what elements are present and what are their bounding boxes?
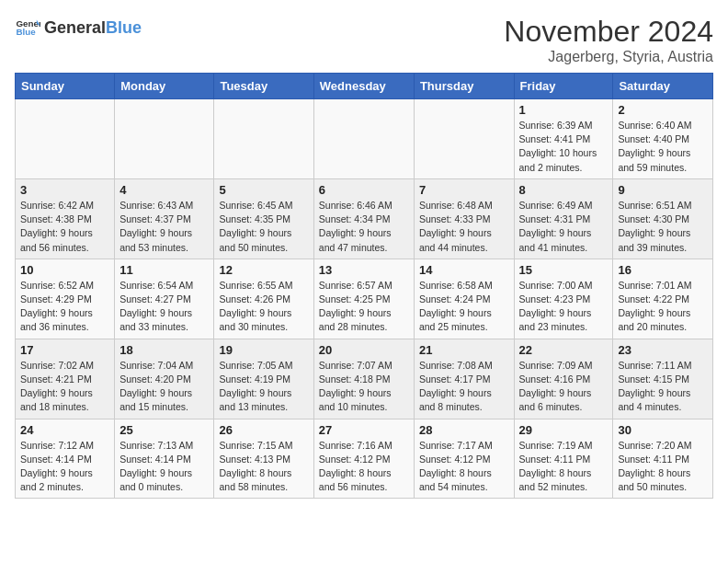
table-row: 15Sunrise: 7:00 AM Sunset: 4:23 PM Dayli…: [514, 259, 613, 339]
day-number: 25: [119, 423, 209, 437]
day-number: 12: [219, 263, 308, 277]
table-row: 17Sunrise: 7:02 AM Sunset: 4:21 PM Dayli…: [16, 339, 115, 419]
day-number: 27: [319, 423, 409, 437]
day-number: 22: [519, 343, 609, 357]
day-number: 10: [20, 263, 109, 277]
day-number: 2: [618, 103, 708, 117]
day-info: Sunrise: 7:19 AM Sunset: 4:11 PM Dayligh…: [519, 439, 609, 495]
table-row: [16, 99, 115, 179]
table-row: 18Sunrise: 7:04 AM Sunset: 4:20 PM Dayli…: [115, 339, 214, 419]
day-info: Sunrise: 6:46 AM Sunset: 4:34 PM Dayligh…: [319, 199, 409, 255]
day-number: 23: [618, 343, 708, 357]
day-number: 9: [618, 183, 708, 197]
table-row: 24Sunrise: 7:12 AM Sunset: 4:14 PM Dayli…: [16, 419, 115, 499]
table-row: 3Sunrise: 6:42 AM Sunset: 4:38 PM Daylig…: [16, 178, 115, 259]
table-row: 8Sunrise: 6:49 AM Sunset: 4:31 PM Daylig…: [514, 178, 613, 259]
header-saturday: Saturday: [613, 74, 713, 99]
day-info: Sunrise: 6:57 AM Sunset: 4:25 PM Dayligh…: [319, 279, 409, 335]
header-tuesday: Tuesday: [214, 74, 313, 99]
logo-blue: Blue: [106, 18, 142, 37]
day-info: Sunrise: 6:48 AM Sunset: 4:33 PM Dayligh…: [419, 199, 509, 255]
header-area: General Blue GeneralBlue November 2024 J…: [15, 15, 713, 65]
calendar-week-row: 17Sunrise: 7:02 AM Sunset: 4:21 PM Dayli…: [16, 339, 713, 419]
day-info: Sunrise: 7:12 AM Sunset: 4:14 PM Dayligh…: [20, 439, 109, 495]
day-number: 5: [219, 183, 308, 197]
calendar-week-row: 1Sunrise: 6:39 AM Sunset: 4:41 PM Daylig…: [16, 99, 713, 179]
logo: General Blue GeneralBlue: [15, 15, 142, 40]
table-row: 19Sunrise: 7:05 AM Sunset: 4:19 PM Dayli…: [214, 339, 313, 419]
day-info: Sunrise: 6:49 AM Sunset: 4:31 PM Dayligh…: [519, 199, 609, 255]
day-number: 19: [219, 343, 308, 357]
table-row: [115, 99, 214, 179]
day-info: Sunrise: 6:58 AM Sunset: 4:24 PM Dayligh…: [419, 279, 509, 335]
day-info: Sunrise: 6:42 AM Sunset: 4:38 PM Dayligh…: [20, 199, 109, 255]
day-number: 21: [419, 343, 509, 357]
day-number: 29: [519, 423, 609, 437]
table-row: 1Sunrise: 6:39 AM Sunset: 4:41 PM Daylig…: [514, 99, 613, 179]
header-wednesday: Wednesday: [313, 74, 414, 99]
day-number: 14: [419, 263, 509, 277]
day-info: Sunrise: 6:45 AM Sunset: 4:35 PM Dayligh…: [219, 199, 308, 255]
month-title: November 2024: [504, 15, 713, 49]
table-row: [414, 99, 514, 179]
table-row: 5Sunrise: 6:45 AM Sunset: 4:35 PM Daylig…: [214, 178, 313, 259]
day-info: Sunrise: 7:00 AM Sunset: 4:23 PM Dayligh…: [519, 279, 609, 335]
table-row: 4Sunrise: 6:43 AM Sunset: 4:37 PM Daylig…: [115, 178, 214, 259]
day-info: Sunrise: 7:05 AM Sunset: 4:19 PM Dayligh…: [219, 359, 308, 415]
day-number: 30: [618, 423, 708, 437]
header-sunday: Sunday: [16, 74, 115, 99]
day-info: Sunrise: 7:17 AM Sunset: 4:12 PM Dayligh…: [419, 439, 509, 495]
day-info: Sunrise: 6:55 AM Sunset: 4:26 PM Dayligh…: [219, 279, 308, 335]
day-number: 28: [419, 423, 509, 437]
table-row: 10Sunrise: 6:52 AM Sunset: 4:29 PM Dayli…: [16, 259, 115, 339]
day-number: 3: [20, 183, 109, 197]
day-info: Sunrise: 7:08 AM Sunset: 4:17 PM Dayligh…: [419, 359, 509, 415]
table-row: [313, 99, 414, 179]
table-row: [214, 99, 313, 179]
table-row: 30Sunrise: 7:20 AM Sunset: 4:11 PM Dayli…: [613, 419, 713, 499]
table-row: 25Sunrise: 7:13 AM Sunset: 4:14 PM Dayli…: [115, 419, 214, 499]
day-number: 7: [419, 183, 509, 197]
table-row: 16Sunrise: 7:01 AM Sunset: 4:22 PM Dayli…: [613, 259, 713, 339]
logo-general: General: [44, 18, 106, 37]
table-row: 6Sunrise: 6:46 AM Sunset: 4:34 PM Daylig…: [313, 178, 414, 259]
day-number: 16: [618, 263, 708, 277]
day-info: Sunrise: 7:13 AM Sunset: 4:14 PM Dayligh…: [119, 439, 209, 495]
day-info: Sunrise: 7:15 AM Sunset: 4:13 PM Dayligh…: [219, 439, 308, 495]
calendar-table: Sunday Monday Tuesday Wednesday Thursday…: [15, 73, 713, 499]
svg-text:Blue: Blue: [16, 27, 36, 37]
day-number: 13: [319, 263, 409, 277]
table-row: 7Sunrise: 6:48 AM Sunset: 4:33 PM Daylig…: [414, 178, 514, 259]
day-info: Sunrise: 6:43 AM Sunset: 4:37 PM Dayligh…: [119, 199, 209, 255]
table-row: 22Sunrise: 7:09 AM Sunset: 4:16 PM Dayli…: [514, 339, 613, 419]
table-row: 14Sunrise: 6:58 AM Sunset: 4:24 PM Dayli…: [414, 259, 514, 339]
day-info: Sunrise: 7:16 AM Sunset: 4:12 PM Dayligh…: [319, 439, 409, 495]
calendar-week-row: 3Sunrise: 6:42 AM Sunset: 4:38 PM Daylig…: [16, 178, 713, 259]
header-thursday: Thursday: [414, 74, 514, 99]
table-row: 29Sunrise: 7:19 AM Sunset: 4:11 PM Dayli…: [514, 419, 613, 499]
day-info: Sunrise: 6:51 AM Sunset: 4:30 PM Dayligh…: [618, 199, 708, 255]
table-row: 27Sunrise: 7:16 AM Sunset: 4:12 PM Dayli…: [313, 419, 414, 499]
day-number: 15: [519, 263, 609, 277]
day-info: Sunrise: 6:40 AM Sunset: 4:40 PM Dayligh…: [618, 119, 708, 175]
table-row: 28Sunrise: 7:17 AM Sunset: 4:12 PM Dayli…: [414, 419, 514, 499]
day-number: 18: [119, 343, 209, 357]
day-info: Sunrise: 7:09 AM Sunset: 4:16 PM Dayligh…: [519, 359, 609, 415]
title-area: November 2024 Jagerberg, Styria, Austria: [504, 15, 713, 65]
day-info: Sunrise: 7:20 AM Sunset: 4:11 PM Dayligh…: [618, 439, 708, 495]
location-title: Jagerberg, Styria, Austria: [504, 49, 713, 65]
day-number: 8: [519, 183, 609, 197]
day-info: Sunrise: 6:39 AM Sunset: 4:41 PM Dayligh…: [519, 119, 609, 175]
day-info: Sunrise: 7:04 AM Sunset: 4:20 PM Dayligh…: [119, 359, 209, 415]
day-number: 1: [519, 103, 609, 117]
day-number: 4: [119, 183, 209, 197]
day-number: 24: [20, 423, 109, 437]
day-info: Sunrise: 7:07 AM Sunset: 4:18 PM Dayligh…: [319, 359, 409, 415]
header-friday: Friday: [514, 74, 613, 99]
calendar-week-row: 24Sunrise: 7:12 AM Sunset: 4:14 PM Dayli…: [16, 419, 713, 499]
table-row: 21Sunrise: 7:08 AM Sunset: 4:17 PM Dayli…: [414, 339, 514, 419]
table-row: 12Sunrise: 6:55 AM Sunset: 4:26 PM Dayli…: [214, 259, 313, 339]
day-number: 6: [319, 183, 409, 197]
table-row: 20Sunrise: 7:07 AM Sunset: 4:18 PM Dayli…: [313, 339, 414, 419]
day-number: 26: [219, 423, 308, 437]
